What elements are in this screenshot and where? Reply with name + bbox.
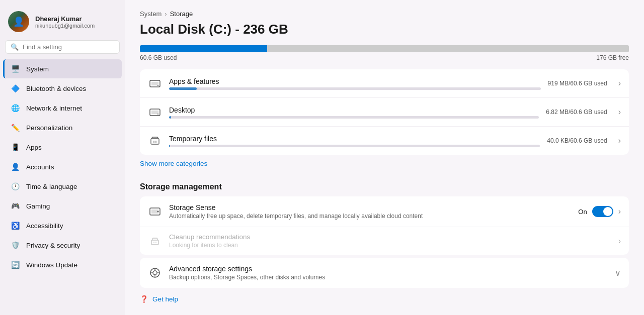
nav-container: 🖥️ System 🔷 Bluetooth & devices 🌐 Networ…	[0, 59, 125, 275]
sidebar-item-label: Windows Update	[26, 261, 77, 269]
storage-category-desktop[interactable]: Desktop 6.82 MB/60.6 GB used ›	[140, 98, 629, 127]
sidebar: 👤 Dheeraj Kumar nikunpubg1@gmail.com 🔍 🖥…	[0, 0, 125, 315]
sidebar-item-time[interactable]: 🕐 Time & language	[3, 177, 122, 196]
category-bar-track	[169, 87, 541, 90]
svg-rect-13	[151, 240, 158, 245]
svg-point-2	[157, 85, 158, 86]
storage-sense-toggle[interactable]	[592, 206, 613, 217]
storage-management-title: Storage management	[140, 182, 629, 191]
category-size: 6.82 MB/60.6 GB used	[546, 109, 607, 116]
update-nav-icon: 🔄	[10, 260, 20, 270]
sidebar-item-personalization[interactable]: ✏️ Personalization	[3, 118, 122, 137]
sidebar-item-label: Accounts	[26, 163, 54, 171]
user-email: nikunpubg1@gmail.com	[35, 23, 95, 29]
category-size: 919 MB/60.6 GB used	[548, 80, 607, 87]
storage-bar-container: 60.6 GB used 176 GB free	[140, 45, 629, 61]
category-chevron: ›	[618, 79, 621, 88]
sidebar-item-label: Accessibility	[26, 222, 63, 230]
get-help-button[interactable]: ❓ Get help	[140, 291, 629, 307]
storage-bar-fill	[140, 45, 267, 52]
sidebar-item-bluetooth[interactable]: 🔷 Bluetooth & devices	[3, 79, 122, 98]
sidebar-item-label: Network & internet	[26, 104, 82, 112]
sidebar-item-apps[interactable]: 📱 Apps	[3, 138, 122, 157]
toggle-label: On	[578, 208, 587, 216]
search-input[interactable]	[23, 43, 114, 51]
svg-point-5	[157, 114, 158, 115]
search-box[interactable]: 🔍	[5, 40, 120, 54]
category-icon	[148, 105, 162, 119]
cleanup-desc: Looking for items to clean	[169, 242, 250, 249]
category-icon	[148, 134, 162, 148]
category-bar-fill	[169, 87, 197, 90]
category-content: Temporary files	[169, 135, 540, 147]
sidebar-item-accessibility[interactable]: ♿ Accessibility	[3, 216, 122, 235]
sidebar-item-gaming[interactable]: 🎮 Gaming	[3, 196, 122, 216]
sidebar-item-update[interactable]: 🔄 Windows Update	[3, 255, 122, 274]
apps-nav-icon: 📱	[10, 142, 20, 152]
privacy-nav-icon: 🛡️	[10, 240, 20, 250]
category-bar-track	[169, 145, 540, 147]
accessibility-nav-icon: ♿	[10, 221, 20, 231]
storage-category-temporary-files[interactable]: Temporary files 40.0 KB/60.6 GB used ›	[140, 127, 629, 155]
time-nav-icon: 🕐	[10, 181, 20, 191]
storage-sense-icon	[148, 204, 162, 219]
search-icon: 🔍	[11, 43, 19, 51]
svg-point-17	[153, 271, 157, 275]
svg-rect-1	[151, 82, 158, 85]
advanced-storage-content: Advanced storage settings Backup options…	[169, 265, 325, 281]
storage-used-label: 60.6 GB used	[140, 54, 177, 61]
cleanup-item[interactable]: Cleanup recommendations Looking for item…	[140, 227, 629, 255]
advanced-storage-desc: Backup options, Storage Spaces, other di…	[169, 274, 325, 281]
storage-free-label: 176 GB free	[596, 54, 629, 61]
bluetooth-nav-icon: 🔷	[10, 83, 20, 93]
storage-sense-desc: Automatically free up space, delete temp…	[169, 213, 571, 220]
network-nav-icon: 🌐	[10, 103, 20, 113]
category-bar-track	[169, 116, 539, 119]
personalization-nav-icon: ✏️	[10, 123, 20, 133]
storage-sense-title: Storage Sense	[169, 203, 571, 212]
breadcrumb-separator: ›	[165, 10, 167, 18]
sidebar-item-privacy[interactable]: 🛡️ Privacy & security	[3, 236, 122, 255]
category-title: Desktop	[169, 106, 539, 114]
category-title: Temporary files	[169, 135, 540, 143]
category-chevron: ›	[618, 136, 621, 145]
advanced-storage-item[interactable]: Advanced storage settings Backup options…	[140, 258, 629, 288]
breadcrumb-current: Storage	[170, 10, 193, 18]
breadcrumb: System › Storage	[140, 10, 629, 18]
cleanup-content: Cleanup recommendations Looking for item…	[169, 233, 250, 249]
storage-sense-item[interactable]: Storage Sense Automatically free up spac…	[140, 196, 629, 227]
category-bar-fill	[169, 116, 171, 119]
avatar: 👤	[8, 11, 29, 32]
user-profile: 👤 Dheeraj Kumar nikunpubg1@gmail.com	[0, 6, 125, 40]
gaming-nav-icon: 🎮	[10, 201, 20, 211]
storage-sense-content: Storage Sense Automatically free up spac…	[169, 203, 571, 220]
svg-point-12	[157, 211, 159, 213]
cleanup-icon	[148, 234, 162, 248]
sidebar-item-label: Privacy & security	[26, 242, 80, 249]
main-content: System › Storage Local Disk (C:) - 236 G…	[125, 0, 644, 315]
show-more-button[interactable]: Show more categories	[140, 158, 207, 174]
category-content: Apps & features	[169, 77, 541, 90]
user-name: Dheeraj Kumar	[35, 15, 95, 23]
breadcrumb-parent[interactable]: System	[140, 10, 162, 18]
sidebar-item-label: Gaming	[26, 202, 50, 210]
storage-category-apps-&-features[interactable]: Apps & features 919 MB/60.6 GB used ›	[140, 69, 629, 98]
sidebar-item-label: System	[26, 65, 49, 73]
svg-rect-4	[151, 111, 158, 114]
category-size: 40.0 KB/60.6 GB used	[547, 137, 607, 144]
storage-categories-card: Apps & features 919 MB/60.6 GB used › De…	[140, 69, 629, 155]
storage-sense-right: On ›	[578, 206, 621, 217]
category-icon	[148, 76, 162, 90]
cleanup-chevron: ›	[618, 237, 621, 246]
accounts-nav-icon: 👤	[10, 162, 20, 172]
advanced-storage-icon	[148, 266, 162, 280]
sidebar-item-system[interactable]: 🖥️ System	[3, 59, 122, 78]
user-info: Dheeraj Kumar nikunpubg1@gmail.com	[35, 15, 95, 29]
advanced-expand-icon: ∨	[615, 268, 621, 278]
sidebar-item-label: Bluetooth & devices	[26, 85, 86, 92]
get-help-icon: ❓	[140, 295, 148, 303]
cleanup-title: Cleanup recommendations	[169, 233, 250, 241]
sidebar-item-accounts[interactable]: 👤 Accounts	[3, 157, 122, 176]
svg-rect-6	[151, 139, 159, 144]
sidebar-item-network[interactable]: 🌐 Network & internet	[3, 98, 122, 118]
